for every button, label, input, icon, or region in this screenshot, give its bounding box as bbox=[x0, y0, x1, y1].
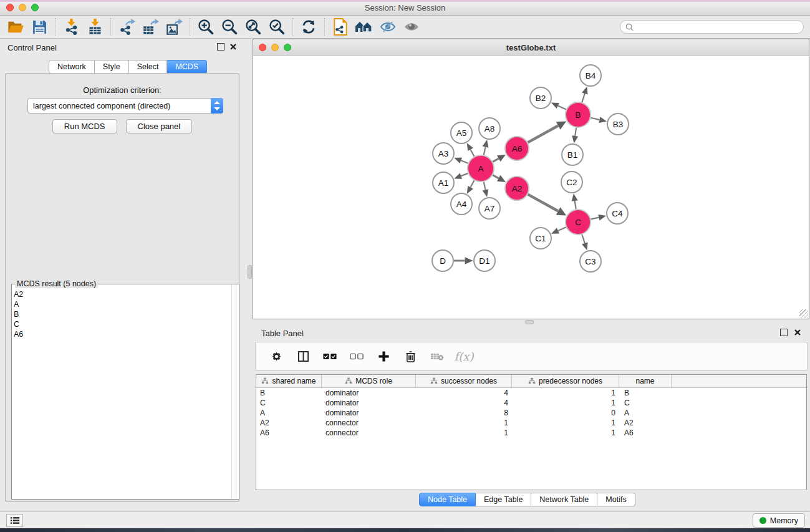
table-cell[interactable]: 4 bbox=[416, 398, 512, 408]
graph-node-A1[interactable]: A1 bbox=[433, 172, 454, 193]
graph-node-C2[interactable]: C2 bbox=[561, 172, 582, 193]
create-column-button[interactable] bbox=[373, 345, 394, 367]
graph-node-C3[interactable]: C3 bbox=[580, 251, 601, 272]
resize-grip[interactable] bbox=[799, 309, 808, 318]
tab-mcds[interactable]: MCDS bbox=[167, 60, 207, 74]
graph-node-B1[interactable]: B1 bbox=[562, 144, 583, 165]
tab-network-table[interactable]: Network Table bbox=[531, 493, 597, 506]
table-cell[interactable]: connector bbox=[322, 428, 416, 438]
table-settings-button[interactable] bbox=[266, 345, 287, 367]
close-panel-icon-button[interactable] bbox=[229, 43, 237, 51]
graph-node-B[interactable]: B bbox=[566, 102, 591, 127]
select-all-rows-button[interactable] bbox=[319, 345, 340, 367]
network-document-button[interactable] bbox=[329, 17, 352, 37]
table-cell[interactable]: dominator bbox=[322, 398, 416, 408]
show-all-button[interactable] bbox=[400, 17, 423, 37]
horizontal-splitter-handle[interactable] bbox=[525, 320, 534, 324]
graph-edge-A-A8[interactable] bbox=[484, 147, 486, 155]
search-input[interactable] bbox=[637, 22, 798, 31]
table-cell[interactable]: 8 bbox=[416, 408, 512, 418]
column-header-MCDS-role[interactable]: MCDS role bbox=[322, 375, 416, 387]
table-cell[interactable]: 1 bbox=[416, 428, 512, 438]
graph-edge-A6-B[interactable] bbox=[528, 126, 559, 143]
memory-button[interactable]: Memory bbox=[753, 513, 805, 528]
graph-node-A4[interactable]: A4 bbox=[451, 193, 472, 215]
table-cell[interactable]: 1 bbox=[416, 418, 512, 428]
mcds-result-item[interactable]: A2 bbox=[14, 289, 231, 299]
float-panel-button[interactable] bbox=[217, 43, 224, 51]
export-table-button[interactable] bbox=[138, 17, 162, 37]
apply-layout-button[interactable] bbox=[297, 17, 321, 37]
table-cell[interactable]: C bbox=[619, 398, 672, 408]
table-cell[interactable]: 0 bbox=[512, 408, 619, 418]
hide-selected-button[interactable] bbox=[376, 17, 400, 37]
zoom-selected-button[interactable] bbox=[265, 17, 289, 37]
graph-node-B3[interactable]: B3 bbox=[607, 114, 629, 135]
graph-node-C1[interactable]: C1 bbox=[530, 228, 551, 249]
table-cell[interactable]: 1 bbox=[512, 428, 619, 438]
table-cell[interactable]: connector bbox=[322, 418, 416, 428]
delete-columns-button[interactable] bbox=[400, 345, 421, 367]
table-row[interactable]: Cdominator41C bbox=[256, 398, 806, 408]
graph-node-C[interactable]: C bbox=[566, 210, 591, 235]
export-image-button[interactable] bbox=[162, 17, 186, 37]
table-cell[interactable]: 1 bbox=[512, 418, 619, 428]
table-cell[interactable]: A6 bbox=[619, 428, 672, 438]
table-cell[interactable]: C bbox=[256, 398, 322, 408]
table-cell[interactable]: dominator bbox=[322, 388, 416, 398]
graph-node-A8[interactable]: A8 bbox=[479, 118, 500, 139]
table-cell[interactable]: B bbox=[619, 388, 672, 398]
graph-node-A2[interactable]: A2 bbox=[505, 177, 529, 200]
column-header-predecessor-nodes[interactable]: predecessor nodes bbox=[512, 375, 619, 387]
column-header-successor-nodes[interactable]: successor nodes bbox=[416, 375, 512, 387]
network-canvas[interactable]: B4B2BB3A8A5A6A3B1AC2A1A2A4A7C4CC1C3DD1 bbox=[253, 56, 809, 319]
home-button[interactable] bbox=[352, 17, 376, 37]
zoom-in-button[interactable] bbox=[194, 17, 218, 37]
table-cell[interactable]: A2 bbox=[619, 418, 672, 428]
mcds-result-item[interactable]: B bbox=[14, 309, 231, 319]
export-network-button[interactable] bbox=[115, 17, 138, 37]
table-cell[interactable]: 4 bbox=[416, 388, 512, 398]
graph-edge-A-A7[interactable] bbox=[484, 181, 486, 190]
optimization-criterion-select[interactable]: largest connected component (directed) bbox=[27, 98, 223, 114]
graph-node-A6[interactable]: A6 bbox=[505, 137, 529, 160]
show-column-button[interactable] bbox=[292, 345, 314, 367]
graph-node-A5[interactable]: A5 bbox=[451, 122, 472, 143]
column-header-shared-name[interactable]: shared name bbox=[256, 375, 322, 387]
graph-edge-A-A4[interactable] bbox=[471, 180, 475, 187]
table-cell[interactable]: A bbox=[256, 408, 322, 418]
graph-node-A3[interactable]: A3 bbox=[433, 143, 454, 164]
mcds-result-item[interactable]: C bbox=[14, 319, 231, 329]
graph-node-D[interactable]: D bbox=[432, 250, 453, 271]
deselect-all-rows-button[interactable] bbox=[346, 345, 367, 367]
graph-edge-B-B4[interactable] bbox=[582, 94, 584, 102]
tab-node-table[interactable]: Node Table bbox=[419, 493, 476, 506]
graph-edge-C-C3[interactable] bbox=[582, 235, 584, 243]
table-row[interactable]: A6connector11A6 bbox=[256, 428, 806, 438]
tab-network[interactable]: Network bbox=[49, 60, 95, 74]
mcds-result-item[interactable]: A bbox=[14, 299, 231, 309]
table-cell[interactable]: dominator bbox=[322, 408, 416, 418]
import-table-button[interactable] bbox=[83, 17, 107, 37]
graph-node-C4[interactable]: C4 bbox=[607, 203, 628, 224]
graph-node-B4[interactable]: B4 bbox=[580, 65, 601, 86]
zoom-fit-button[interactable] bbox=[241, 17, 265, 37]
close-panel-button[interactable]: Close panel bbox=[126, 119, 193, 133]
graph-edge-A-A5[interactable] bbox=[471, 150, 475, 157]
table-row[interactable]: A2connector11A2 bbox=[256, 418, 806, 428]
import-network-button[interactable] bbox=[59, 17, 83, 37]
table-cell[interactable]: A bbox=[619, 408, 672, 418]
graph-edge-A-A6[interactable] bbox=[493, 158, 498, 162]
delete-table-button[interactable] bbox=[427, 345, 448, 367]
graph-node-B2[interactable]: B2 bbox=[530, 87, 551, 109]
graph-node-D1[interactable]: D1 bbox=[474, 250, 495, 271]
table-row[interactable]: Bdominator41B bbox=[256, 388, 806, 398]
graph-edge-C-C1[interactable] bbox=[558, 227, 566, 231]
tab-edge-table[interactable]: Edge Table bbox=[476, 493, 531, 506]
graph-edge-A2-C[interactable] bbox=[528, 195, 559, 211]
table-cell[interactable]: 1 bbox=[512, 398, 619, 408]
graph-edge-A-A1[interactable] bbox=[461, 173, 468, 176]
open-session-button[interactable] bbox=[4, 17, 27, 37]
table-cell[interactable]: B bbox=[256, 388, 322, 398]
graph-edge-C-C2[interactable] bbox=[575, 201, 576, 209]
